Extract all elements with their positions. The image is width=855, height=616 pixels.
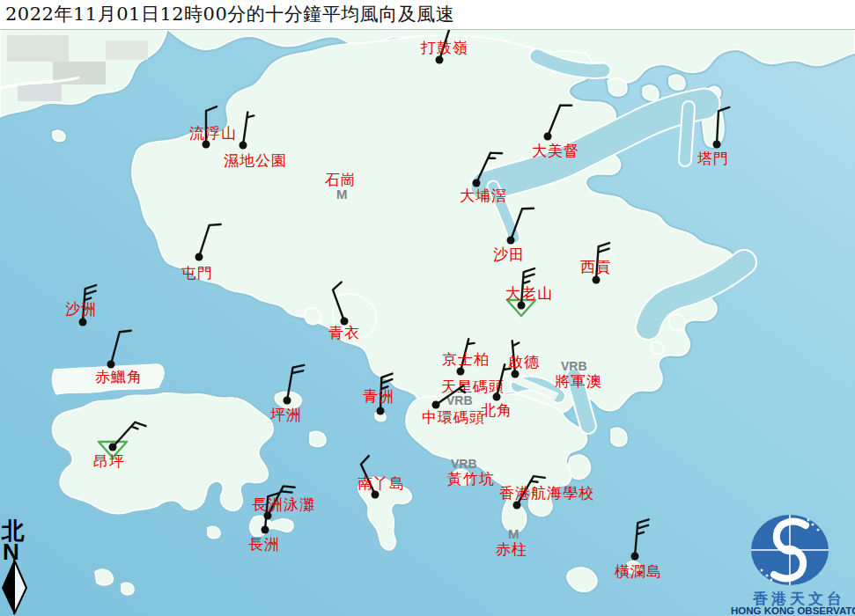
station-dot	[262, 526, 269, 534]
station-label: 大埔滘	[460, 187, 507, 204]
station-label: 青衣	[328, 324, 360, 341]
station-label: 流浮山	[189, 124, 237, 142]
station-dot	[457, 368, 465, 376]
station-dot	[518, 302, 526, 310]
station-dot	[544, 133, 552, 141]
station-dot	[377, 407, 385, 415]
station-label: 長洲	[248, 535, 280, 553]
station-dot	[507, 237, 515, 245]
station-label: 沙洲	[65, 300, 97, 318]
station-label: 赤鱲角	[95, 368, 143, 385]
compass-north-letter: N	[3, 539, 19, 565]
hong-kong-map: 流浮山濕地公園打鼓嶺大美督大埔滘塔門屯門沙洲赤鱲角M石崗沙田大老山青衣西貢京士柏…	[0, 0, 855, 616]
hko-logo-chinese: 香港天文台	[752, 590, 845, 607]
title-bar: 2022年11月01日12時00分的十分鐘平均風向及風速	[0, 0, 855, 30]
station-label: 天星碼頭	[441, 378, 505, 395]
station-dot	[593, 276, 601, 284]
hko-logo-english: HONG KONG OBSERVATORY	[731, 605, 855, 616]
station-dot	[512, 370, 520, 378]
station-label: 南丫島	[357, 474, 405, 492]
station-label: 濕地公園	[224, 151, 287, 169]
station-label: 石崗	[325, 171, 357, 188]
station-status: M	[336, 187, 348, 202]
station-label: 長洲泳灘	[252, 495, 315, 513]
station-dot	[513, 502, 521, 510]
station-label: 打鼓嶺	[420, 39, 468, 56]
station-label: 赤柱	[496, 540, 527, 558]
station-status: VRB	[561, 359, 587, 373]
station-label: 將軍澳	[555, 372, 602, 390]
station-label: 啟德	[508, 353, 540, 370]
station-status: VRB	[451, 457, 477, 471]
station-dot	[109, 444, 117, 451]
weather-wind-map: 2022年11月01日12時00分的十分鐘平均風向及風速	[0, 0, 855, 616]
station-label: 屯門	[181, 264, 213, 282]
station-dot	[79, 319, 87, 326]
station-status: M	[508, 526, 520, 541]
station-label: 中環碼頭	[422, 408, 485, 426]
station-dot	[436, 56, 444, 64]
map-title: 2022年11月01日12時00分的十分鐘平均風向及風速	[0, 0, 855, 29]
station-label: 橫瀾島	[615, 562, 662, 580]
station-label: 青洲	[363, 387, 394, 405]
station-dot	[195, 253, 203, 261]
station-dot	[713, 141, 721, 149]
station-label: 大老山	[505, 284, 553, 302]
station-label: 昂坪	[93, 452, 125, 470]
station-dot	[240, 142, 247, 150]
station-label: 黃竹坑	[447, 470, 495, 488]
station-label: 沙田	[493, 246, 525, 263]
station-label: 大美督	[532, 142, 579, 159]
station-label: 北角	[481, 401, 512, 419]
station-label: 西貢	[580, 258, 612, 275]
station-label: 坪洲	[270, 406, 302, 423]
station-label: 香港航海學校	[499, 484, 594, 502]
station-dot	[631, 553, 639, 561]
station-dot	[493, 393, 501, 401]
station-dot	[284, 397, 291, 405]
station-label: 塔門	[697, 150, 729, 167]
station-label: 京士柏	[442, 350, 490, 368]
